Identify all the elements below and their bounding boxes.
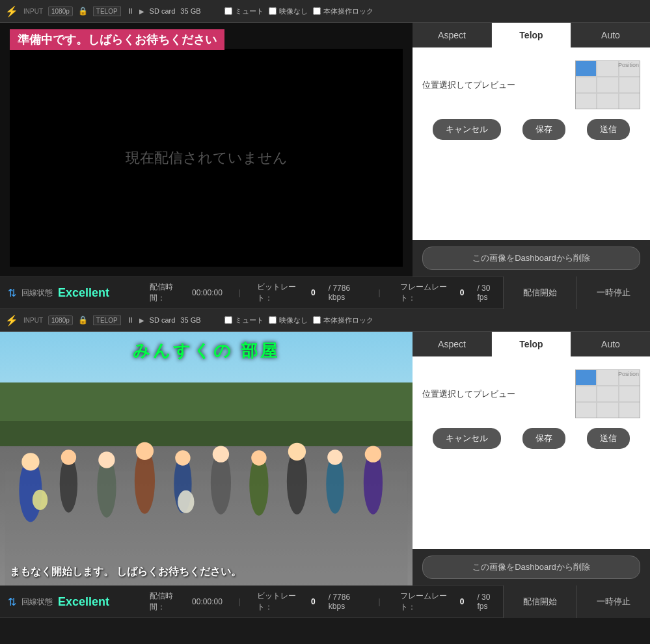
start-button-2[interactable]: 配信開始 xyxy=(503,585,576,618)
svg-point-20 xyxy=(365,446,381,463)
action-row-1: キャンセル 保存 送信 xyxy=(422,119,640,140)
line-status-2: ⇅ 回線状態 Excellent xyxy=(0,595,143,609)
svg-point-10 xyxy=(175,450,190,465)
line-label-2: 回線状態 xyxy=(21,597,53,608)
pos-cell-1-6[interactable] xyxy=(576,94,596,109)
novideo-input-1[interactable] xyxy=(269,7,277,15)
line-value-2: Excellent xyxy=(58,595,109,609)
mute-input-2[interactable] xyxy=(224,316,232,324)
bodylock-input-1[interactable] xyxy=(313,7,321,15)
svg-point-6 xyxy=(98,451,115,468)
bitrate-value-1: 0 xyxy=(311,288,316,297)
novideo-checkbox-2[interactable]: 映像なし xyxy=(269,315,308,325)
delete-button-1[interactable]: この画像をDashboardから削除 xyxy=(422,247,640,270)
save-button-2[interactable]: 保存 xyxy=(522,428,565,449)
bodylock-checkbox-2[interactable]: 本体操作ロック xyxy=(313,315,373,325)
pause-icon-2: ⏸ xyxy=(126,315,134,325)
pos-cell-2-1[interactable] xyxy=(597,370,617,385)
stream-stats-2: 配信時間： 00:00:00 | ビットレート： 0 / 7786 kbps |… xyxy=(143,591,503,613)
line-icon-2: ⇅ xyxy=(8,596,16,608)
framerate-label-2: フレームレート： xyxy=(400,591,447,613)
pos-cell-2-6[interactable] xyxy=(576,403,596,418)
pause-button-1[interactable]: 一時停止 xyxy=(576,276,650,309)
line-value-1: Excellent xyxy=(58,286,109,300)
tab-bar-2: Aspect Telop Auto xyxy=(413,332,650,356)
pos-cell-1-8[interactable] xyxy=(619,94,640,109)
pos-cell-2-8[interactable] xyxy=(619,403,640,418)
pos-cell-1-7[interactable] xyxy=(597,94,617,109)
broadcast-time-1: 00:00:00 xyxy=(192,288,223,297)
topbar-2: ⚡ INPUT 1080p 🔒 TELOP ⏸ ▶ SD card 35 GB … xyxy=(0,309,650,332)
pos-cell-1-3[interactable] xyxy=(576,77,596,92)
bodylock-checkbox-1[interactable]: 本体操作ロック xyxy=(313,7,373,16)
pos-cell-1-0[interactable] xyxy=(576,61,596,76)
send-button-1[interactable]: 送信 xyxy=(587,119,630,140)
broadcast-time-2: 00:00:00 xyxy=(192,597,223,606)
tab-auto-1[interactable]: Auto xyxy=(571,23,650,47)
bitrate-unit-1: / 7786 kbps xyxy=(329,284,359,302)
overlay-pink-1: 準備中です。しばらくお待ちください xyxy=(10,29,224,50)
pos-cell-1-5[interactable] xyxy=(619,77,640,92)
video-section-2: みんすくの 部屋 まもなく開始します。 しばらくお待ちください。 xyxy=(0,332,413,585)
stream-bar-2: ⇅ 回線状態 Excellent 配信時間： 00:00:00 | ビットレート… xyxy=(0,585,650,618)
video-section-1: 準備中です。しばらくお待ちください 現在配信されていません xyxy=(0,23,413,276)
start-button-1[interactable]: 配信開始 xyxy=(503,276,576,309)
pause-button-2[interactable]: 一時停止 xyxy=(576,585,650,618)
delete-button-2[interactable]: この画像をDashboardから削除 xyxy=(422,556,640,579)
send-button-2[interactable]: 送信 xyxy=(587,428,630,449)
cancel-button-1[interactable]: キャンセル xyxy=(433,119,501,140)
svg-point-18 xyxy=(327,449,342,464)
tab-bar-1: Aspect Telop Auto xyxy=(413,23,650,47)
sdcard-label-1: SD card xyxy=(150,7,176,15)
bitrate-unit-2: / 7786 kbps xyxy=(329,593,359,611)
bitrate-label-2: ビットレート： xyxy=(257,591,298,613)
pos-cell-1-1[interactable] xyxy=(597,61,617,76)
tab-telop-2[interactable]: Telop xyxy=(492,332,571,356)
cancel-button-2[interactable]: キャンセル xyxy=(433,428,501,449)
svg-point-22 xyxy=(178,490,194,513)
delete-bar-1: この画像をDashboardから削除 xyxy=(413,240,650,276)
broadcast-time-label-1: 配信時間： xyxy=(150,282,179,304)
tab-aspect-1[interactable]: Aspect xyxy=(413,23,492,47)
mute-checkbox-1[interactable]: ミュート xyxy=(224,7,264,16)
action-row-2: キャンセル 保存 送信 xyxy=(422,428,640,449)
novideo-input-2[interactable] xyxy=(269,316,277,324)
mute-input-1[interactable] xyxy=(224,7,232,15)
tab-aspect-2[interactable]: Aspect xyxy=(413,332,492,356)
pos-cell-2-7[interactable] xyxy=(597,403,617,418)
position-grid-wrap-1: Position xyxy=(575,60,640,109)
sdcard-icon-1: ▶ xyxy=(139,8,144,15)
svg-point-16 xyxy=(288,443,306,461)
stream-stats-1: 配信時間： 00:00:00 | ビットレート： 0 / 7786 kbps |… xyxy=(143,282,503,304)
framerate-unit-2: / 30 fps xyxy=(477,593,496,611)
framerate-unit-1: / 30 fps xyxy=(477,284,496,302)
pos-cell-2-0[interactable] xyxy=(576,370,596,385)
delete-bar-2: この画像をDashboardから削除 xyxy=(413,549,650,585)
crowd-svg xyxy=(0,408,413,585)
bitrate-label-1: ビットレート： xyxy=(257,282,298,304)
line-icon-1: ⇅ xyxy=(8,287,16,299)
resolution-badge-1: 1080p xyxy=(48,7,73,16)
overlay-green-2: みんすくの 部屋 xyxy=(0,340,413,362)
position-text-2: Position xyxy=(618,371,639,377)
sdsize-1: 35 GB xyxy=(180,7,200,15)
pos-cell-1-4[interactable] xyxy=(597,77,617,92)
bodylock-input-2[interactable] xyxy=(313,316,321,324)
svg-point-12 xyxy=(213,446,229,463)
resolution-badge-2: 1080p xyxy=(48,315,73,325)
battery-icon-2: ⚡ xyxy=(5,314,18,327)
novideo-checkbox-1[interactable]: 映像なし xyxy=(269,7,308,16)
stream-actions-2: 配信開始 一時停止 xyxy=(503,585,650,618)
tab-auto-2[interactable]: Auto xyxy=(571,332,650,356)
pos-cell-2-3[interactable] xyxy=(576,386,596,401)
svg-point-4 xyxy=(61,449,76,464)
pos-cell-2-5[interactable] xyxy=(619,386,640,401)
lock-icon-2: 🔒 xyxy=(78,315,88,325)
mute-checkbox-2[interactable]: ミュート xyxy=(224,315,264,325)
sdsize-2: 35 GB xyxy=(180,316,200,324)
tab-telop-1[interactable]: Telop xyxy=(492,23,571,47)
crowd-bg xyxy=(0,332,413,585)
save-button-1[interactable]: 保存 xyxy=(522,119,565,140)
no-stream-text-1: 現在配信されていません xyxy=(126,148,288,168)
pos-cell-2-4[interactable] xyxy=(597,386,617,401)
